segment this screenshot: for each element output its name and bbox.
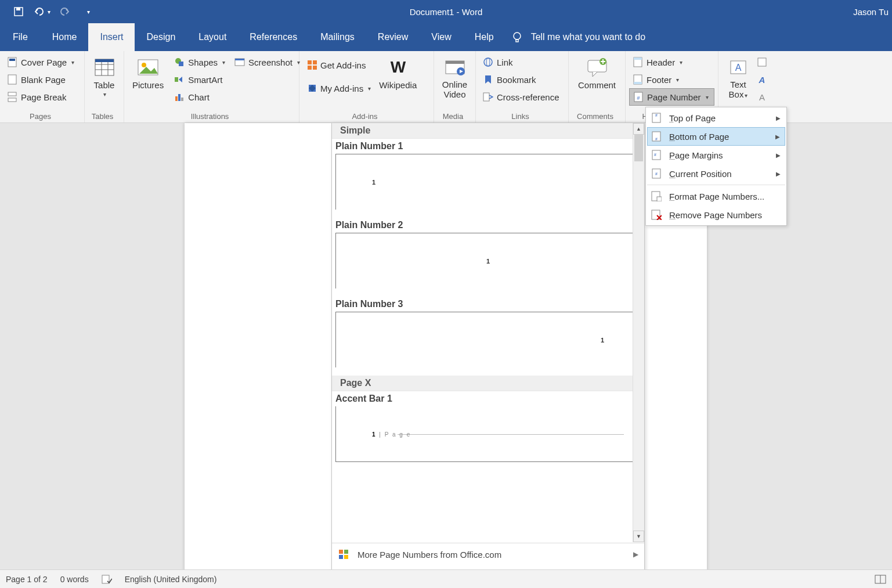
- bookmark-button[interactable]: Bookmark: [479, 71, 565, 88]
- gallery-item-plain1-label: Plain Number 1: [332, 139, 644, 154]
- tab-help[interactable]: Help: [463, 23, 505, 51]
- submenu-format-label: Format Page Numbers...: [669, 192, 764, 201]
- submenu-current-label: Current Position: [669, 169, 732, 179]
- pictures-label: Pictures: [132, 80, 164, 90]
- chart-button[interactable]: Chart: [171, 88, 229, 106]
- redo-button[interactable]: [55, 3, 75, 20]
- gallery-item-accent1[interactable]: 1 | P a g e: [335, 406, 641, 462]
- submenu-page-margins[interactable]: # Page Margins ▶: [647, 146, 785, 164]
- tab-insert[interactable]: Insert: [88, 23, 135, 51]
- svg-rect-14: [95, 59, 114, 62]
- tab-design[interactable]: Design: [135, 23, 187, 51]
- quick-parts-button[interactable]: [756, 53, 768, 71]
- smartart-button[interactable]: SmartArt: [171, 71, 229, 88]
- svg-text:#: #: [655, 137, 658, 141]
- svg-text:W: W: [391, 59, 406, 76]
- store-icon: [306, 60, 317, 70]
- gallery-item-plain3-label: Plain Number 3: [332, 297, 644, 312]
- submenu-current-position[interactable]: # Current Position ▶: [647, 164, 785, 183]
- group-tables-label: Tables: [85, 112, 120, 121]
- menu-separator: [647, 185, 785, 185]
- submenu-format-page-numbers[interactable]: Format Page Numbers...: [647, 187, 785, 205]
- gallery-item-plain1[interactable]: 1: [335, 154, 641, 210]
- header-button[interactable]: Header▾: [629, 53, 714, 71]
- pictures-button[interactable]: Pictures: [128, 53, 168, 90]
- chart-icon: [174, 92, 185, 102]
- undo-button[interactable]: ▾: [31, 3, 52, 20]
- page-break-button[interactable]: Page Break: [3, 88, 81, 106]
- cover-page-button[interactable]: Cover Page▾: [3, 53, 81, 71]
- quick-access-toolbar: ▾ ▾: [0, 3, 99, 20]
- scroll-up-button[interactable]: ▲: [633, 123, 644, 135]
- bookmark-label: Bookmark: [497, 75, 536, 85]
- chevron-right-icon: ▶: [775, 134, 780, 140]
- status-language[interactable]: English (United Kingdom): [125, 575, 217, 584]
- submenu-top-label: Top of Page: [669, 113, 716, 123]
- comment-button[interactable]: Comment: [572, 53, 622, 90]
- online-video-button[interactable]: OnlineVideo: [438, 53, 472, 99]
- status-page[interactable]: Page 1 of 2: [6, 575, 48, 584]
- tab-file[interactable]: File: [0, 23, 41, 51]
- screenshot-button[interactable]: Screenshot▾: [231, 53, 304, 71]
- footer-label: Footer: [647, 75, 671, 85]
- svg-rect-49: [339, 550, 343, 554]
- svg-text:#: #: [655, 172, 658, 176]
- shapes-label: Shapes: [188, 57, 218, 67]
- video-icon: [443, 56, 467, 79]
- scroll-down-button[interactable]: ▼: [633, 531, 644, 542]
- footer-button[interactable]: Footer▾: [629, 71, 714, 88]
- submenu-remove-page-numbers[interactable]: Remove Page Numbers: [647, 205, 785, 224]
- shapes-button[interactable]: Shapes▾: [171, 53, 229, 71]
- save-button[interactable]: [8, 3, 29, 20]
- text-box-button[interactable]: A TextBox▾: [722, 53, 754, 99]
- gallery-scrollbar[interactable]: ▲ ▼: [633, 123, 644, 542]
- get-addins-button[interactable]: Get Add-ins: [303, 53, 374, 77]
- table-button[interactable]: Table▾: [88, 53, 120, 98]
- status-proofing-icon[interactable]: [102, 574, 112, 585]
- group-media: OnlineVideo Media: [434, 51, 476, 122]
- tab-references[interactable]: References: [238, 23, 309, 51]
- submenu-top-of-page[interactable]: # Top of Page ▶: [647, 109, 785, 127]
- scroll-thumb[interactable]: [634, 135, 643, 161]
- page-number-gallery: Simple Plain Number 1 1 Plain Number 2 1…: [331, 122, 645, 588]
- svg-rect-8: [8, 98, 16, 102]
- drop-cap-button[interactable]: A: [756, 88, 768, 106]
- blank-page-button[interactable]: Blank Page: [3, 71, 81, 88]
- remove-numbers-icon: [651, 209, 662, 221]
- group-addins-label: Add-ins: [299, 112, 430, 121]
- tab-home[interactable]: Home: [41, 23, 89, 51]
- svg-rect-6: [8, 75, 16, 84]
- submenu-bottom-of-page[interactable]: # Bottom of Page ▶: [647, 127, 785, 146]
- tab-mailings[interactable]: Mailings: [309, 23, 366, 51]
- status-words[interactable]: 0 words: [60, 575, 89, 584]
- document-title: Document1 - Word: [410, 7, 483, 17]
- text-box-icon: A: [727, 56, 750, 79]
- group-addins: Get Add-ins My Add-ins▾ W Wikipedia Add-…: [299, 51, 434, 122]
- smartart-icon: [174, 74, 185, 85]
- tab-view[interactable]: View: [420, 23, 463, 51]
- header-icon: [633, 57, 643, 67]
- my-addins-button[interactable]: My Add-ins▾: [303, 77, 374, 100]
- qat-customize-button[interactable]: ▾: [78, 3, 99, 20]
- wordart-button[interactable]: A: [756, 71, 768, 88]
- gallery-item-plain2[interactable]: 1: [335, 233, 641, 288]
- xref-icon: [483, 92, 493, 102]
- page-number-button[interactable]: #Page Number▾: [629, 88, 714, 106]
- group-pages-label: Pages: [0, 112, 81, 121]
- gallery-item-plain3[interactable]: 1: [335, 312, 641, 367]
- lightbulb-icon: [511, 31, 523, 43]
- page-number-icon: #: [633, 92, 644, 102]
- link-button[interactable]: Link: [479, 53, 565, 71]
- view-read-mode-button[interactable]: [875, 575, 886, 584]
- tab-review[interactable]: Review: [366, 23, 420, 51]
- wordart-icon: A: [757, 74, 767, 85]
- tab-layout[interactable]: Layout: [187, 23, 238, 51]
- tell-me-search[interactable]: Tell me what you want to do: [511, 23, 645, 51]
- svg-rect-50: [344, 550, 348, 554]
- svg-rect-5: [9, 59, 15, 61]
- wikipedia-button[interactable]: W Wikipedia: [374, 53, 421, 90]
- cross-reference-button[interactable]: Cross-reference: [479, 88, 565, 106]
- svg-rect-31: [446, 61, 464, 64]
- my-addins-icon: [306, 83, 317, 93]
- more-page-numbers-button[interactable]: More Page Numbers from Office.com ▶: [332, 543, 644, 565]
